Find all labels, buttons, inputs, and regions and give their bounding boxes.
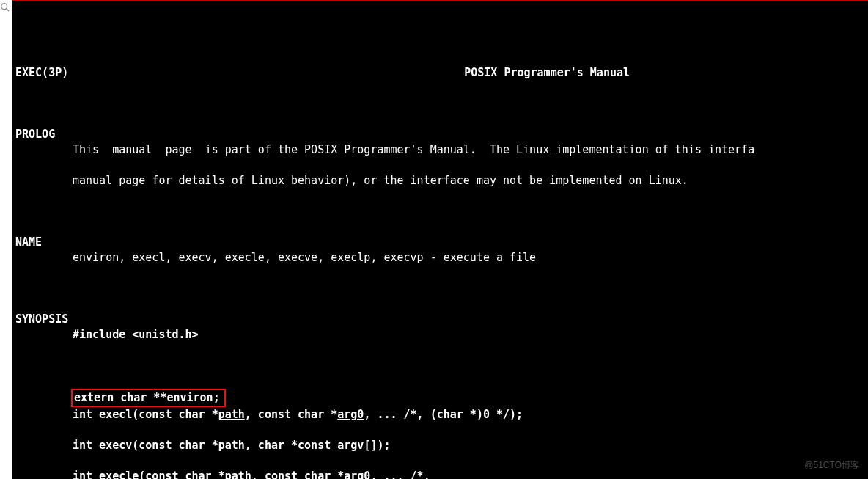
section-synopsis: SYNOPSIS xyxy=(15,312,68,326)
watermark: @51CTO博客 xyxy=(804,458,859,473)
highlight-text: extern char **environ; xyxy=(74,391,220,404)
search-icon xyxy=(0,1,10,12)
manpage-header: EXEC(3P)POSIX Programmer's Manual xyxy=(15,65,868,81)
manpage-terminal: EXEC(3P)POSIX Programmer's Manual PROLOG… xyxy=(12,0,868,479)
header-center: POSIX Programmer's Manual xyxy=(68,65,868,81)
synopsis-include: #include <unistd.h> xyxy=(15,327,868,343)
synopsis-execv: int execv(const char *path, char *const … xyxy=(15,438,868,453)
top-red-bar xyxy=(12,0,868,1)
name-line: environ, execl, execv, execle, execve, e… xyxy=(15,250,868,266)
left-gutter xyxy=(0,0,12,479)
section-name: NAME xyxy=(15,235,42,249)
synopsis-execl: int execl(const char *path, const char *… xyxy=(15,407,868,423)
svg-point-0 xyxy=(1,4,7,10)
header-left: EXEC(3P) xyxy=(15,65,68,81)
prolog-line1: This manual page is part of the POSIX Pr… xyxy=(15,142,868,158)
prolog-line2: manual page for details of Linux behavio… xyxy=(15,173,868,189)
svg-line-1 xyxy=(7,9,10,12)
section-prolog: PROLOG xyxy=(15,128,55,141)
synopsis-execle: int execle(const char *path, const char … xyxy=(15,469,868,479)
highlight-extern-environ: extern char **environ; xyxy=(71,389,226,407)
